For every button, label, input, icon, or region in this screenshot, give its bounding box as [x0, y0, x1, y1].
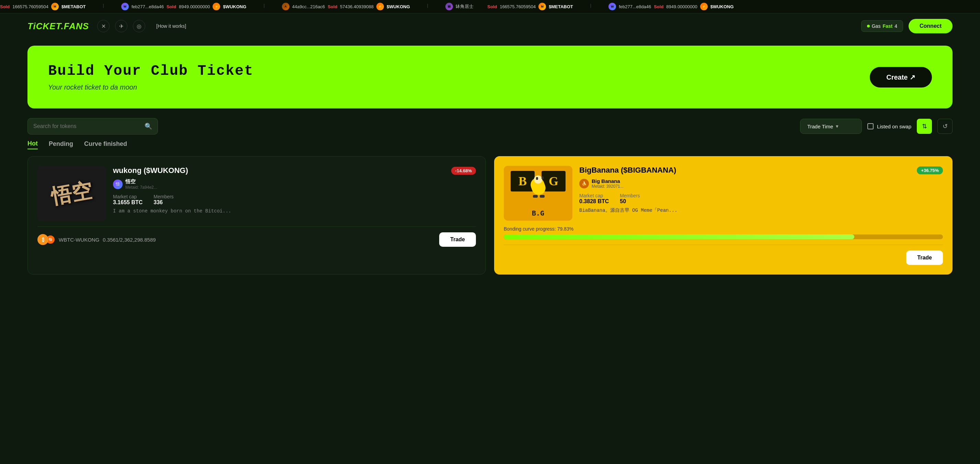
bigbanana-title-row: BigBanana ($BIGBANANA) +36.75% [579, 166, 943, 175]
gas-label: Gas [872, 23, 881, 29]
how-it-works-link[interactable]: [How it works] [153, 23, 189, 29]
bonding-label: Bonding curve progress: 79.83% [504, 226, 943, 232]
wukong-name: wukong ($WUKONG) [113, 166, 188, 175]
wukong-pair-icons: ₿ 悟 [37, 234, 55, 245]
sort-order-button[interactable]: ⇅ [917, 119, 932, 134]
wukong-members-value: 336 [153, 199, 173, 206]
svg-rect-7 [541, 176, 544, 179]
ticker-avatar-3: 缽 [445, 3, 453, 10]
ticker-item-dup-1: Sold 166575.76059504 M $METABOT [487, 3, 573, 10]
connect-button[interactable]: Connect [908, 19, 953, 33]
twitter-icon[interactable]: ✕ [97, 20, 110, 32]
header: TiCKET.FANS ✕ ✈ ◎ [How it works] Gas Fas… [0, 13, 980, 39]
wukong-description: I am a stone monkey born on the Bitcoi..… [113, 208, 476, 214]
tab-pending[interactable]: Pending [49, 140, 73, 149]
bigbanana-stats: Market cap 0.3828 BTC Members 50 [579, 193, 943, 205]
svg-rect-8 [533, 195, 538, 198]
bigbanana-description: BiaBanana。源自古早 OG Meme「Pean... [579, 207, 943, 213]
bigbanana-marketcap-label: Market cap [579, 193, 609, 199]
hero-title: Build Your Club Ticket [48, 63, 254, 79]
hero-text: Build Your Club Ticket Your rocket ticke… [48, 63, 254, 91]
gas-indicator: Gas Fast 4 [861, 20, 903, 32]
bigbanana-card-bottom: Trade [504, 245, 943, 265]
wukong-icon-1: ⚡ [213, 3, 220, 10]
wukong-pair-info: ₿ 悟 WBTC-WUKONG 0.3561/2,362,298.8589 [37, 234, 156, 245]
metabot-icon-dup: M [538, 3, 546, 10]
card-bigbanana-top: B G B.G BigBanana ($BIGBANAN [504, 166, 943, 221]
ticker-bar: Sold 166575.76059504 M $METABOT | W feb2… [0, 0, 980, 13]
controls-bar: 🔍 Trade Time ▾ Listed on swap ⇅ ↺ [27, 118, 953, 135]
ticker-item-dup-2: W feb277...e8da46 Sold 8949.00000000 ⚡ $… [608, 3, 733, 10]
bigbanana-bonding: Bonding curve progress: 79.83% [504, 226, 943, 239]
wukong-image: 悟空 [37, 166, 106, 221]
search-box: 🔍 [27, 118, 158, 135]
filter-tabs: Hot Pending Curve finished [27, 140, 953, 149]
bigbanana-creator: 🍌 Big Banana Metaid: 392071... [579, 178, 943, 189]
ticker-content: Sold 166575.76059504 M $METABOT | W feb2… [0, 3, 734, 10]
ticker-item-4: 缽 缽角居士 [445, 3, 474, 10]
sort-dropdown[interactable]: Trade Time ▾ [800, 119, 862, 134]
wukong-stats: Market cap 3.1655 BTC Members 336 [113, 194, 476, 206]
svg-text:B.G: B.G [532, 209, 544, 217]
wukong-price-badge: -14.68% [451, 167, 476, 175]
ticker-item-1: Sold 166575.76059504 M $METABOT [0, 3, 86, 10]
wukong-card-bottom: ₿ 悟 WBTC-WUKONG 0.3561/2,362,298.8589 Tr… [37, 227, 476, 247]
wukong-icon-2: ⚡ [376, 3, 384, 10]
wukong-pair-amount: 0.3561/2,362,298.8589 [103, 237, 156, 243]
bigbanana-image: B G B.G [504, 166, 573, 221]
svg-rect-6 [536, 177, 538, 180]
gas-value: 4 [894, 23, 897, 29]
bonding-bar [504, 234, 943, 239]
svg-rect-9 [540, 195, 545, 198]
cards-grid: 悟空 wukong ($WUKONG) -14.68% 悟 悟空 Metaid:… [27, 156, 953, 275]
wukong-creator: 悟 悟空 Metaid: 7a94e2... [113, 178, 476, 190]
wukong-pair-name: WBTC-WUKONG [59, 237, 99, 243]
bigbanana-members-value: 50 [620, 199, 640, 205]
gas-speed: Fast [883, 23, 892, 29]
btc-icon: ₿ [37, 234, 48, 245]
bonding-fill [504, 234, 854, 239]
wukong-marketcap-value: 3.1655 BTC [113, 199, 143, 206]
refresh-button[interactable]: ↺ [937, 119, 953, 134]
card-wukong: 悟空 wukong ($WUKONG) -14.68% 悟 悟空 Metaid:… [27, 156, 486, 275]
wukong-marketcap-label: Market cap [113, 194, 143, 199]
listed-swap-filter[interactable]: Listed on swap [867, 123, 911, 129]
bigbanana-price-badge: +36.75% [917, 167, 943, 174]
wukong-info: wukong ($WUKONG) -14.68% 悟 悟空 Metaid: 7a… [113, 166, 476, 214]
wukong-members-label: Members [153, 194, 173, 199]
hero-banner: Build Your Club Ticket Your rocket ticke… [27, 46, 953, 108]
search-input[interactable] [33, 123, 141, 129]
chevron-down-icon: ▾ [836, 123, 838, 129]
ticker-avatar-2: A [282, 3, 290, 10]
wukong-trade-button[interactable]: Trade [439, 232, 476, 247]
listed-swap-label: Listed on swap [877, 124, 911, 129]
ticker-avatar-1: W [121, 3, 129, 10]
tab-curve-finished[interactable]: Curve finished [84, 140, 127, 149]
listed-swap-checkbox[interactable] [867, 123, 873, 129]
bigbanana-trade-button[interactable]: Trade [906, 251, 943, 265]
ticker-item-3: A 44a9cc...216ac6 Sold 57436.40939088 ⚡ … [282, 3, 410, 10]
svg-text:G: G [549, 174, 558, 188]
wukong-creator-meta: Metaid: 7a94e2... [125, 185, 157, 190]
metabot-icon: M [51, 3, 59, 10]
ticker-item-2: W feb277...e8da46 Sold 8949.00000000 ⚡ $… [121, 3, 246, 10]
nav-icons: ✕ ✈ ◎ [97, 20, 145, 32]
wukong-creator-avatar: 悟 [113, 180, 123, 189]
bigbanana-name: BigBanana ($BIGBANANA) [579, 166, 676, 175]
bigbanana-creator-name: Big Banana [592, 178, 624, 184]
gas-dot [867, 25, 870, 27]
wukong-title-row: wukong ($WUKONG) -14.68% [113, 166, 476, 175]
discord-icon[interactable]: ◎ [133, 20, 145, 32]
bigbanana-marketcap-value: 0.3828 BTC [579, 199, 609, 205]
telegram-icon[interactable]: ✈ [115, 20, 127, 32]
bigbanana-pixel-art: B G B.G [507, 167, 569, 219]
card-wukong-top: 悟空 wukong ($WUKONG) -14.68% 悟 悟空 Metaid:… [37, 166, 476, 221]
svg-point-5 [534, 175, 542, 184]
svg-text:B: B [519, 174, 527, 188]
logo: TiCKET.FANS [27, 21, 89, 32]
card-bigbanana: B G B.G BigBanana ($BIGBANAN [494, 156, 953, 275]
sort-label: Trade Time [807, 124, 833, 129]
bigbanana-members-label: Members [620, 193, 640, 199]
create-button[interactable]: Create ↗ [870, 67, 932, 87]
tab-hot[interactable]: Hot [27, 140, 38, 149]
